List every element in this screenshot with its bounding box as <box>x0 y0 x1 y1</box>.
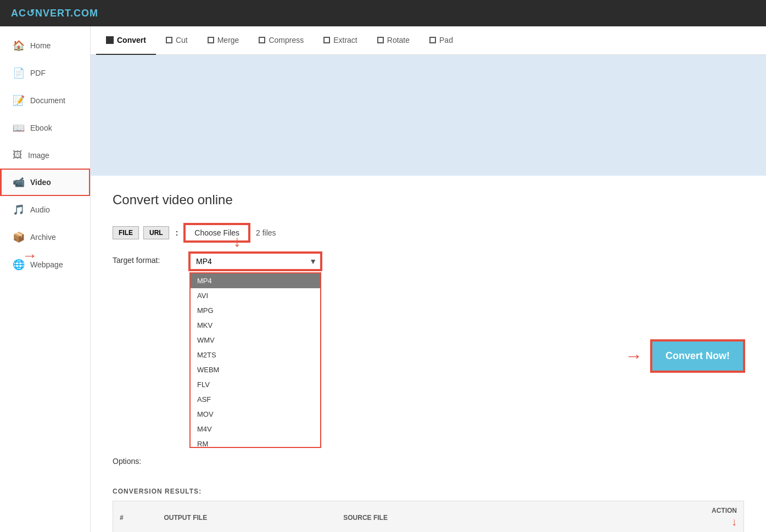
merge-checkbox-icon <box>208 37 214 43</box>
extract-checkbox-icon <box>323 37 330 43</box>
tab-convert[interactable]: Convert <box>96 26 156 55</box>
webpage-icon: 🌐 <box>13 259 25 271</box>
tab-merge[interactable]: Merge <box>198 26 249 55</box>
down-arrow-action-icon: ↓ <box>731 516 737 528</box>
format-select-wrapper: ↓ MP4 ▼ MP4 AVI MPG MKV <box>189 253 321 270</box>
sidebar-item-label: Archive <box>30 233 56 242</box>
tab-extract[interactable]: Extract <box>314 26 367 55</box>
tab-cut-label: Cut <box>176 36 188 44</box>
dropdown-item-webm[interactable]: WEBM <box>191 362 320 377</box>
video-icon: 📹 <box>13 176 25 188</box>
right-arrow-convert-icon: → <box>625 346 642 366</box>
dropdown-item-wmv[interactable]: WMV <box>191 333 320 348</box>
url-tab-button[interactable]: URL <box>143 226 169 239</box>
header: AC↺NVERT.COM <box>0 0 766 26</box>
file-tab-button[interactable]: FILE <box>113 226 139 239</box>
ebook-icon: 📖 <box>13 122 25 134</box>
convert-button-area: → Convert Now! <box>625 340 744 372</box>
sidebar-item-label: Ebook <box>30 124 52 132</box>
main-area: Convert Cut Merge Compress Extract Rotat… <box>91 26 766 532</box>
sidebar-item-label: Video <box>30 178 51 187</box>
dropdown-item-rm[interactable]: RM <box>191 436 320 448</box>
tab-rotate-label: Rotate <box>387 36 410 44</box>
document-icon: 📝 <box>13 94 25 107</box>
file-row: FILE URL : Choose Files 2 files <box>113 224 744 242</box>
logo-suffix: NVERT.COM <box>35 8 98 19</box>
dropdown-item-flv[interactable]: FLV <box>191 377 320 392</box>
col-action: ACTION ↓ <box>617 501 744 533</box>
options-label: Options: <box>113 457 178 466</box>
files-count: 2 files <box>256 228 276 237</box>
tab-pad-label: Pad <box>439 36 453 44</box>
dropdown-item-m4v[interactable]: M4V <box>191 422 320 436</box>
layout: 🏠 Home 📄 PDF 📝 Document 📖 Ebook 🖼 Image … <box>0 26 766 532</box>
sidebar-item-label: Audio <box>30 205 50 214</box>
results-header-row: # OUTPUT FILE SOURCE FILE ACTION ↓ <box>113 501 744 533</box>
sidebar-item-archive[interactable]: 📦 Archive <box>0 223 90 251</box>
tab-merge-label: Merge <box>217 36 239 44</box>
tab-rotate[interactable]: Rotate <box>367 26 420 55</box>
pdf-icon: 📄 <box>13 67 25 79</box>
col-source: SOURCE FILE <box>337 501 617 533</box>
tab-compress-label: Compress <box>269 36 304 44</box>
sidebar-item-audio[interactable]: 🎵 Audio <box>0 196 90 223</box>
file-colon: : <box>176 228 178 237</box>
dropdown-item-mov[interactable]: MOV <box>191 407 320 422</box>
sidebar-item-webpage[interactable]: 🌐 Webpage <box>0 251 90 278</box>
results-section-title: CONVERSION RESULTS: <box>113 488 202 495</box>
dropdown-item-asf[interactable]: ASF <box>191 392 320 407</box>
logo: AC↺NVERT.COM <box>11 7 98 19</box>
compress-checkbox-icon <box>259 37 265 43</box>
logo-prefix: AC <box>11 8 26 19</box>
page-title: Convert video online <box>113 192 744 208</box>
rotate-checkbox-icon <box>377 37 384 43</box>
results-table: # OUTPUT FILE SOURCE FILE ACTION ↓ <box>113 501 744 532</box>
sidebar-item-ebook[interactable]: 📖 Ebook <box>0 114 90 142</box>
sidebar-item-label: Image <box>28 151 49 160</box>
sidebar-item-label: Webpage <box>30 260 63 269</box>
col-num: # <box>113 501 158 533</box>
tab-pad[interactable]: Pad <box>420 26 463 55</box>
tab-convert-label: Convert <box>117 36 146 44</box>
tab-cut[interactable]: Cut <box>156 26 198 55</box>
options-row: Options: <box>113 457 744 466</box>
logo-icon: ↺ <box>26 8 35 19</box>
convert-now-button[interactable]: Convert Now! <box>651 340 744 372</box>
action-col-label: ACTION <box>712 507 737 514</box>
audio-icon: 🎵 <box>13 204 25 216</box>
tab-extract-label: Extract <box>333 36 357 44</box>
results-section: CONVERSION RESULTS: # OUTPUT FILE SOURCE… <box>113 488 744 532</box>
image-icon: 🖼 <box>13 149 23 161</box>
sidebar: 🏠 Home 📄 PDF 📝 Document 📖 Ebook 🖼 Image … <box>0 26 91 532</box>
results-table-head: # OUTPUT FILE SOURCE FILE ACTION ↓ <box>113 501 744 533</box>
format-select[interactable]: MP4 <box>189 253 321 270</box>
down-arrow-icon: ↓ <box>233 233 241 250</box>
dropdown-item-mp4[interactable]: MP4 <box>191 273 320 288</box>
content-area: Convert video online FILE URL : Choose F… <box>91 176 766 532</box>
col-output: OUTPUT FILE <box>157 501 337 533</box>
results-title: CONVERSION RESULTS: <box>113 488 744 495</box>
home-icon: 🏠 <box>13 40 25 52</box>
sidebar-item-image[interactable]: 🖼 Image <box>0 142 90 169</box>
sidebar-item-label: Document <box>30 96 65 105</box>
sidebar-item-pdf[interactable]: 📄 PDF <box>0 59 90 87</box>
main-content: Convert video online FILE URL : Choose F… <box>113 192 744 532</box>
format-row: Target format: ↓ MP4 ▼ MP4 <box>113 253 744 270</box>
pad-checkbox-icon <box>429 37 436 43</box>
tabs-bar: Convert Cut Merge Compress Extract Rotat… <box>91 26 766 55</box>
convert-square-icon <box>106 36 114 44</box>
sidebar-item-label: PDF <box>30 69 46 77</box>
sidebar-item-video[interactable]: 📹 Video <box>0 169 90 196</box>
dropdown-item-mkv[interactable]: MKV <box>191 318 320 333</box>
dropdown-item-m2ts[interactable]: M2TS <box>191 348 320 362</box>
sidebar-item-home[interactable]: 🏠 Home <box>0 32 90 59</box>
sidebar-item-label: Home <box>30 41 51 50</box>
dropdown-item-mpg[interactable]: MPG <box>191 303 320 318</box>
format-dropdown-menu: MP4 AVI MPG MKV WMV M2TS WEBM FLV ASF <box>189 272 321 448</box>
tab-compress[interactable]: Compress <box>249 26 314 55</box>
sidebar-item-document[interactable]: 📝 Document <box>0 87 90 114</box>
banner-area <box>91 55 766 176</box>
dropdown-item-avi[interactable]: AVI <box>191 288 320 303</box>
format-label: Target format: <box>113 253 178 265</box>
cut-checkbox-icon <box>166 37 172 43</box>
